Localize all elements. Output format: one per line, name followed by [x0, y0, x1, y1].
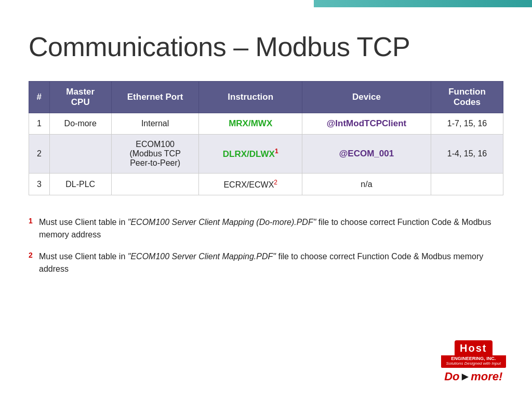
table-row: 1 Do-more Internal MRX/MWX @IntModTCPCli…	[29, 113, 503, 135]
col-header-master: Master CPU	[49, 82, 111, 113]
cell-row1-instruction: MRX/MWX	[199, 113, 302, 135]
footnote-1-text: Must use Client table in "ECOM100 Server…	[39, 216, 503, 241]
page-container: Communications – Modbus TCP # Master CPU…	[0, 0, 532, 399]
logo-sub-box: ENGINEERING, INC. Solutions Designed wit…	[441, 355, 506, 368]
col-header-ethernet: Ethernet Port	[111, 82, 199, 113]
cell-row1-master: Do-more	[49, 113, 111, 135]
footnotes-section: 1 Must use Client table in "ECOM100 Serv…	[29, 216, 503, 275]
cell-row3-num: 3	[29, 174, 50, 195]
footnote-1-number: 1	[29, 215, 36, 227]
logo-brand-box: Host	[455, 340, 492, 355]
logo-do: Do	[444, 370, 459, 383]
cell-row3-ethernet	[111, 174, 199, 195]
cell-row3-master: DL-PLC	[49, 174, 111, 195]
device-text-1: @IntModTCPClient	[327, 118, 407, 128]
table-row: 2 ECOM100(Modbus TCPPeer-to-Peer) DLRX/D…	[29, 135, 503, 174]
col-header-device: Device	[302, 82, 431, 113]
cell-row2-device: @ECOM_001	[302, 135, 431, 174]
table-row: 3 DL-PLC ECRX/ECWX2 n/a	[29, 174, 503, 195]
logo-domore: Do►more!	[444, 370, 502, 383]
modbus-table: # Master CPU Ethernet Port Instruction D…	[29, 81, 503, 195]
ethernet-port-text: ECOM100(Modbus TCPPeer-to-Peer)	[129, 140, 180, 167]
logo-brand-text: Host	[460, 342, 487, 354]
device-text-2: @ECOM_001	[339, 149, 394, 158]
footnote-2: 2 Must use Client table in "ECOM100 Serv…	[29, 250, 503, 275]
cell-row3-function	[431, 174, 503, 195]
instruction-text-3: ECRX/ECWX2	[223, 180, 277, 189]
instruction-text-1: MRX/MWX	[229, 118, 272, 128]
page-title: Communications – Modbus TCP	[29, 31, 503, 62]
cell-row2-num: 2	[29, 135, 50, 174]
cell-row1-num: 1	[29, 113, 50, 135]
instruction-text-2: DLRX/DLWX1	[223, 149, 278, 159]
logo-sub2: Solutions Designed with Input	[446, 361, 501, 366]
cell-row2-master	[49, 135, 111, 174]
col-header-instruction: Instruction	[199, 82, 302, 113]
footnote-2-text: Must use Client table in "ECOM100 Server…	[39, 250, 503, 275]
logo-sub1: ENGINEERING, INC.	[446, 356, 501, 361]
logo-area: Host ENGINEERING, INC. Solutions Designe…	[441, 340, 506, 383]
col-header-function: Function Codes	[431, 82, 503, 113]
logo-dash: ►	[460, 370, 471, 383]
cell-row2-instruction: DLRX/DLWX1	[199, 135, 302, 174]
cell-row2-ethernet: ECOM100(Modbus TCPPeer-to-Peer)	[111, 135, 199, 174]
cell-row1-function: 1-7, 15, 16	[431, 113, 503, 135]
footnote-2-number: 2	[29, 249, 36, 261]
cell-row3-device: n/a	[302, 174, 431, 195]
cell-row1-ethernet: Internal	[111, 113, 199, 135]
cell-row3-instruction: ECRX/ECWX2	[199, 174, 302, 195]
footnote-1: 1 Must use Client table in "ECOM100 Serv…	[29, 216, 503, 241]
table-header-row: # Master CPU Ethernet Port Instruction D…	[29, 82, 503, 113]
logo-more: more!	[471, 370, 502, 383]
cell-row2-function: 1-4, 15, 16	[431, 135, 503, 174]
cell-row1-device: @IntModTCPClient	[302, 113, 431, 135]
col-header-hash: #	[29, 82, 50, 113]
